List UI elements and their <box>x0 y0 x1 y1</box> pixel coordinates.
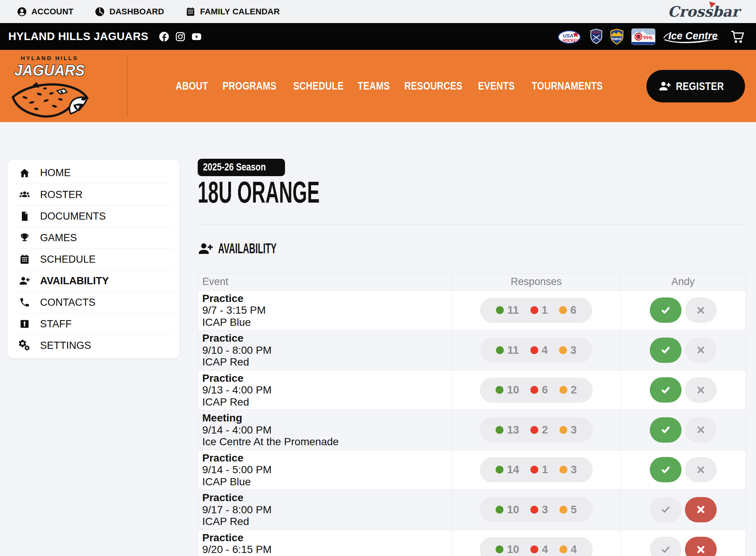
nav-item-resources[interactable]: RESOURCES <box>398 80 469 92</box>
no-dot <box>530 466 538 474</box>
family-calendar-link[interactable]: FAMILY CALENDAR <box>185 6 280 17</box>
available-no-button[interactable] <box>685 537 717 556</box>
family-calendar-label: FAMILY CALENDAR <box>200 7 280 17</box>
column-header-responses: Responses <box>452 274 620 290</box>
no-dot <box>530 545 538 553</box>
social-links <box>158 31 202 42</box>
player-availability-cell <box>620 530 745 556</box>
available-no-button[interactable] <box>685 497 717 522</box>
nav-item-about[interactable]: ABOUT <box>172 80 212 92</box>
responses-cell: 10 6 2 <box>452 370 620 410</box>
youtube-icon[interactable] <box>191 31 202 42</box>
crossbar-logo-text: Crossbar <box>668 3 739 20</box>
sidebar-item-games[interactable]: GAMES <box>14 227 173 248</box>
dashboard-link[interactable]: DASHBOARD <box>94 6 164 17</box>
maybe-count: 5 <box>571 503 577 516</box>
no-count: 2 <box>542 424 548 436</box>
nav-item-events[interactable]: EVENTS <box>474 80 519 92</box>
main-column: 2025-26 Season 18U ORANGE AVAILABILITY E… <box>198 122 746 556</box>
yes-dot <box>496 346 504 354</box>
account-link[interactable]: ACCOUNT <box>17 6 73 17</box>
available-no-button[interactable] <box>685 338 717 363</box>
svg-text:JAGUARS: JAGUARS <box>14 62 85 79</box>
csdhl-logo[interactable]: CSDHL <box>590 29 603 45</box>
rmhf-logo[interactable]: RMHF <box>610 29 624 45</box>
nav-item-teams[interactable]: TEAMS <box>354 80 393 92</box>
team-name[interactable]: HYLAND HILLS JAGUARS <box>8 30 149 43</box>
event-type: Practice <box>202 532 448 544</box>
documents-icon <box>19 211 30 222</box>
event-type: Practice <box>202 492 448 504</box>
sidebar-item-documents[interactable]: DOCUMENTS <box>14 205 173 227</box>
available-no-button[interactable] <box>685 457 717 482</box>
instagram-icon[interactable] <box>175 31 186 42</box>
available-yes-button[interactable] <box>650 377 682 403</box>
ice-centre-logo[interactable]: Ice Centre <box>663 28 720 45</box>
sidebar-item-staff[interactable]: STAFF <box>14 313 173 335</box>
schedule-icon <box>19 254 30 265</box>
available-yes-button[interactable] <box>650 457 682 482</box>
no-dot <box>530 386 538 394</box>
team-bar: HYLAND HILLS JAGUARS USA HOCKEY <box>0 23 756 50</box>
table-row: Practice 9/20 - 6:15 PM ICAP Blue 10 4 4 <box>198 530 745 556</box>
responses-cell: 11 1 6 <box>452 291 620 330</box>
maybe-dot <box>559 545 567 553</box>
yes-dot <box>496 506 503 514</box>
nav-item-tournaments[interactable]: TOURNAMENTS <box>524 80 610 92</box>
event-location: ICAP Red <box>202 516 448 528</box>
jaguar-head-graphic <box>13 82 87 116</box>
nav-item-programs[interactable]: PROGRAMS <box>217 80 282 92</box>
sidebar-item-contacts[interactable]: CONTACTS <box>14 291 173 313</box>
facebook-icon[interactable] <box>158 31 170 42</box>
sidebar-item-availability[interactable]: AVAILABILITY <box>14 270 173 291</box>
utility-bar: ACCOUNT DASHBOARD FAMILY CALENDAR Crossb… <box>0 0 756 23</box>
dashboard-icon <box>94 6 105 17</box>
event-type: Practice <box>202 452 448 464</box>
available-yes-button[interactable] <box>650 497 682 522</box>
person-add-icon <box>198 241 214 257</box>
sidebar-item-schedule[interactable]: SCHEDULE <box>14 248 173 270</box>
event-location: ICAP Blue <box>202 316 448 328</box>
no-count: 1 <box>542 304 548 316</box>
svg-text:Ice Centre: Ice Centre <box>668 30 718 42</box>
maybe-dot <box>559 506 567 514</box>
yes-dot <box>496 426 503 434</box>
no-count: 4 <box>542 543 548 556</box>
available-yes-button[interactable] <box>650 297 682 323</box>
svg-text:RHL: RHL <box>643 35 654 40</box>
svg-text:RMHF: RMHF <box>612 37 622 41</box>
no-dot <box>530 426 538 434</box>
crossbar-flag-icon <box>708 2 716 9</box>
available-no-button[interactable] <box>685 297 717 323</box>
event-cell: Practice 9/10 - 8:00 PM ICAP Red <box>198 330 452 370</box>
responses-cell: 10 4 4 <box>452 530 620 556</box>
contacts-icon <box>19 297 30 308</box>
register-button[interactable]: REGISTER <box>646 70 745 102</box>
cart-icon[interactable] <box>730 29 745 44</box>
available-yes-button[interactable] <box>650 338 682 363</box>
club-logo[interactable]: HYLAND HILLS JAGUARS <box>9 51 90 120</box>
nav-item-schedule[interactable]: SCHEDULE <box>288 80 349 92</box>
games-icon <box>19 232 30 243</box>
table-row: Meeting 9/14 - 4:00 PM Ice Centre At the… <box>198 410 745 450</box>
yes-count: 10 <box>507 503 519 516</box>
usa-hockey-logo[interactable]: USA HOCKEY <box>558 28 582 45</box>
yes-count: 14 <box>507 463 519 476</box>
sidebar-item-settings[interactable]: SETTINGS <box>14 335 173 356</box>
available-no-button[interactable] <box>685 417 717 443</box>
page: ACCOUNT DASHBOARD FAMILY CALENDAR Crossb… <box>0 0 756 556</box>
maybe-dot <box>559 466 567 474</box>
sidebar-item-home[interactable]: HOME <box>14 162 173 184</box>
svg-text:HYLAND HILLS: HYLAND HILLS <box>21 55 78 61</box>
available-no-button[interactable] <box>685 377 717 403</box>
event-cell: Practice 9/14 - 5:00 PM ICAP Blue <box>198 450 452 490</box>
account-icon <box>17 6 27 17</box>
available-yes-button[interactable] <box>650 417 682 443</box>
event-type: Meeting <box>202 412 448 424</box>
crhl-logo[interactable]: RHL <box>631 28 655 45</box>
event-cell: Practice 9/7 - 3:15 PM ICAP Blue <box>198 291 452 330</box>
responses-cell: 13 2 3 <box>452 410 620 450</box>
available-yes-button[interactable] <box>650 537 682 556</box>
crossbar-logo[interactable]: Crossbar <box>668 5 739 19</box>
sidebar-item-roster[interactable]: ROSTER <box>14 184 173 205</box>
